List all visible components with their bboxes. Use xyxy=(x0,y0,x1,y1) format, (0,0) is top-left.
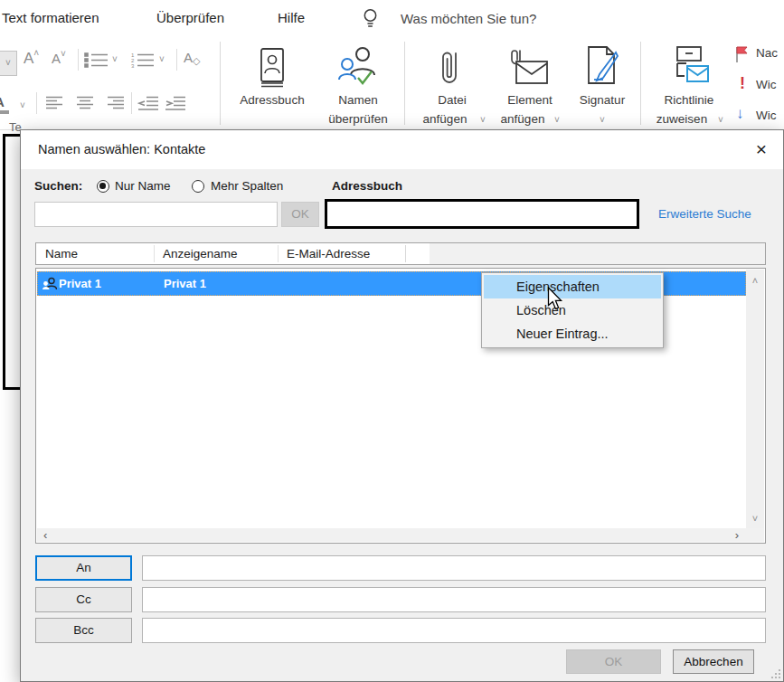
letter-a-icon: A xyxy=(0,94,5,109)
chevron-down-icon: ˅ xyxy=(600,116,605,125)
column-header-name[interactable]: Name xyxy=(45,247,78,260)
scroll-down-icon[interactable]: ˅ xyxy=(746,513,764,524)
vertical-scrollbar[interactable]: ˄ ˅ xyxy=(746,270,764,529)
scrollbar-corner xyxy=(746,528,764,542)
shrink-font-button[interactable]: A˅ xyxy=(52,50,66,66)
menu-item-loeschen[interactable]: Löschen xyxy=(484,298,661,322)
svg-text:3: 3 xyxy=(131,63,135,68)
close-icon[interactable]: × xyxy=(745,136,778,163)
namen-label-line2: überprüfen xyxy=(318,112,398,126)
align-right-button[interactable] xyxy=(107,96,125,110)
menu-item-eigenschaften[interactable]: Eigenschaften xyxy=(484,275,661,298)
an-button[interactable]: An xyxy=(35,555,132,581)
element-label-line2: anfügen xyxy=(493,112,553,126)
chevron-down-icon[interactable]: ˅ xyxy=(20,101,25,110)
nachverfolgung-button[interactable]: Nac xyxy=(734,43,784,67)
radio-mehr-spalten[interactable] xyxy=(192,180,204,193)
grow-font-button[interactable]: A˄ xyxy=(24,49,39,68)
wichtigkeit-hoch-button[interactable]: ! Wic xyxy=(734,74,784,98)
dialog-titlebar: Namen auswählen: Kontakte × xyxy=(21,130,783,169)
flag-icon xyxy=(734,45,751,63)
horizontal-scrollbar[interactable]: ‹ › xyxy=(37,528,747,542)
bullet-list-button[interactable] xyxy=(84,52,109,68)
adressbuch-button[interactable]: Adressbuch xyxy=(228,40,316,127)
signatur-button[interactable]: Signatur ˅ xyxy=(568,40,637,130)
dialog-title: Namen auswählen: Kontakte xyxy=(38,142,205,156)
context-menu: Eigenschaften Löschen Neuer Eintrag... xyxy=(481,272,664,348)
chevron-down-icon: ˅ xyxy=(61,49,66,59)
radio-nur-name-label[interactable]: Nur Name xyxy=(115,179,171,193)
tab-text-formatieren[interactable]: Text formatieren xyxy=(2,10,99,25)
ok-button[interactable]: OK xyxy=(566,649,661,674)
ribbon-tab-row: Text formatieren Überprüfen Hilfe Was mö… xyxy=(0,0,784,36)
importance-high-icon: ! xyxy=(740,74,745,93)
richtlinie-label-line2: zuweisen xyxy=(647,112,716,126)
wichtigkeit-niedrig-button[interactable]: ↓ Wic xyxy=(734,103,784,127)
cc-input[interactable] xyxy=(142,587,766,612)
address-book-icon xyxy=(258,47,287,89)
richtlinie-zuweisen-button[interactable]: Richtlinie zuweisen ˅ xyxy=(647,40,731,130)
bcc-button[interactable]: Bcc xyxy=(35,618,132,643)
tell-me-box[interactable]: Was möchten Sie tun? xyxy=(401,11,536,26)
group-separator xyxy=(220,42,221,125)
element-anfuegen-button[interactable]: Element anfügen ˅ xyxy=(493,40,567,130)
radio-mehr-spalten-label[interactable]: Mehr Spalten xyxy=(211,179,283,193)
column-separator xyxy=(278,245,279,262)
mouse-cursor xyxy=(547,287,564,311)
menu-item-neuer-eintrag[interactable]: Neuer Eintrag... xyxy=(484,322,661,346)
richtlinie-label-line1: Richtlinie xyxy=(647,93,731,107)
scroll-right-icon[interactable]: › xyxy=(735,528,739,542)
adressbuch-label: Adressbuch xyxy=(228,93,316,107)
lightbulb-icon xyxy=(361,7,380,29)
resize-grip[interactable] xyxy=(770,668,781,679)
chevron-down-icon: ˅ xyxy=(480,116,486,125)
an-input[interactable] xyxy=(142,555,766,581)
element-label-line1: Element xyxy=(493,93,567,107)
align-left-button[interactable] xyxy=(45,96,63,110)
datei-label-line1: Datei xyxy=(411,93,493,107)
scroll-up-icon[interactable]: ˄ xyxy=(746,275,764,286)
numbered-list-button[interactable]: 123 xyxy=(130,52,156,68)
wichtigkeit-hoch-label: Wic xyxy=(756,78,777,91)
font-color-button[interactable]: A xyxy=(0,94,9,114)
chevron-down-icon[interactable]: ˅ xyxy=(159,55,165,64)
paperclip-icon xyxy=(441,47,461,89)
contact-name: Privat 1 xyxy=(59,277,101,290)
contact-display-name: Privat 1 xyxy=(164,277,206,290)
increase-indent-button[interactable] xyxy=(165,96,186,110)
clear-formatting-button[interactable]: A◇ xyxy=(184,50,200,67)
column-header-anzeigename[interactable]: Anzeigename xyxy=(163,247,238,260)
contact-icon xyxy=(42,277,57,291)
outlook-compose-window: Text formatieren Überprüfen Hilfe Was mö… xyxy=(0,0,784,682)
font-dropdown-stub[interactable]: ˅ xyxy=(0,51,17,76)
chevron-down-icon[interactable]: ˅ xyxy=(112,55,118,64)
radio-nur-name[interactable] xyxy=(97,180,109,193)
decrease-indent-button[interactable] xyxy=(137,96,159,110)
column-header-email[interactable]: E-Mail-Adresse xyxy=(287,247,370,260)
assign-policy-icon xyxy=(670,45,710,89)
advanced-search-link[interactable]: Erweiterte Suche xyxy=(658,207,751,221)
tab-hilfe[interactable]: Hilfe xyxy=(278,10,305,25)
letter-a-icon: A xyxy=(24,50,33,67)
address-book-dropdown[interactable] xyxy=(325,199,639,229)
separator xyxy=(78,49,79,71)
tab-ueberpruefen[interactable]: Überprüfen xyxy=(156,10,224,25)
search-ok-button[interactable]: OK xyxy=(281,202,319,227)
column-separator xyxy=(154,245,155,262)
check-names-icon xyxy=(338,45,376,89)
namen-label-line1: Namen xyxy=(318,93,398,107)
scroll-left-icon[interactable]: ‹ xyxy=(43,528,47,542)
namen-ueberpruefen-button[interactable]: Namen überprüfen xyxy=(318,40,398,130)
search-input[interactable] xyxy=(34,202,278,227)
bcc-input[interactable] xyxy=(142,618,766,643)
wichtigkeit-niedrig-label: Wic xyxy=(756,109,777,122)
list-header-row: Name Anzeigename E-Mail-Adresse xyxy=(35,242,766,265)
datei-anfuegen-button[interactable]: Datei anfügen ˅ xyxy=(411,40,493,130)
cancel-button[interactable]: Abbrechen xyxy=(673,649,754,674)
chevron-down-icon: ˅ xyxy=(554,116,560,125)
nachverfolgung-label: Nac xyxy=(756,46,778,60)
align-center-button[interactable] xyxy=(76,96,94,110)
ribbon-content: ˅ A˄ A˅ ˅ 123 ˅ A◇ A ˅ xyxy=(0,36,784,130)
chevron-up-icon: ˄ xyxy=(33,48,39,58)
cc-button[interactable]: Cc xyxy=(35,587,132,612)
